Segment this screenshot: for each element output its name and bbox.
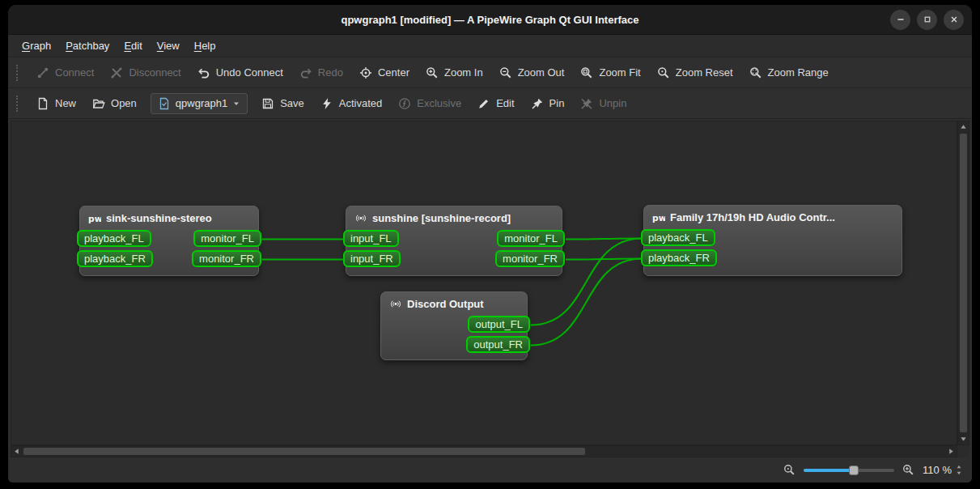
unpin-button[interactable]: Unpin [573, 92, 634, 115]
node-discord-output[interactable]: Discord Output output_FL output_FR [380, 291, 528, 360]
save-button[interactable]: Save [254, 92, 312, 115]
connection-wire[interactable] [566, 259, 642, 260]
lightning-icon [320, 97, 333, 110]
pin-icon [531, 97, 544, 110]
port-playback-fl[interactable]: playback_FL [641, 229, 715, 246]
menubar: Graph Patchbay Edit View Help [8, 35, 972, 57]
connections-layer [11, 121, 957, 444]
titlebar[interactable]: qpwgraph1 [modified] — A PipeWire Graph … [8, 5, 972, 35]
port-playback-fr[interactable]: playback_FR [641, 249, 717, 266]
zoom-in-button[interactable]: Zoom In [418, 62, 490, 84]
open-label: Open [111, 97, 137, 109]
zoom-slider[interactable] [804, 464, 894, 477]
spinner-arrows[interactable] [956, 464, 962, 476]
exclusive-icon [398, 97, 411, 110]
port-playback-fl[interactable]: playback_FL [77, 230, 151, 247]
undo-connect-button[interactable]: Undo Connect [190, 62, 291, 84]
port-playback-fr[interactable]: playback_FR [77, 250, 153, 267]
pipewire-icon: pw [88, 213, 101, 223]
scroll-right-button[interactable] [946, 446, 957, 457]
new-button[interactable]: New [29, 92, 83, 115]
toolbar-handle[interactable] [16, 96, 21, 112]
node-sink-sunshine-stereo[interactable]: pw sink-sunshine-stereo playback_FL play… [79, 206, 259, 276]
edit-button[interactable]: Edit [470, 92, 521, 115]
close-icon [948, 14, 960, 25]
menu-edit[interactable]: Edit [117, 35, 149, 57]
port-monitor-fl[interactable]: monitor_FL [193, 230, 261, 247]
node-title-label: Discord Output [407, 298, 484, 310]
scroll-down-button[interactable] [958, 434, 969, 444]
zoom-spinbox[interactable]: 110 % [923, 464, 962, 476]
zoom-slider-handle[interactable] [849, 466, 859, 475]
zoom-slider-fill [804, 469, 854, 472]
node-title: pw sink-sunshine-stereo [80, 206, 258, 227]
horizontal-scrollbar[interactable] [11, 445, 957, 457]
menu-patchbay-label: Patchbay [66, 40, 109, 52]
port-monitor-fr[interactable]: monitor_FR [495, 250, 565, 267]
pin-label: Pin [549, 97, 565, 109]
open-button[interactable]: Open [85, 92, 144, 115]
port-monitor-fr[interactable]: monitor_FR [192, 250, 261, 267]
spin-down-icon[interactable] [956, 470, 962, 476]
node-title-label: sunshine [sunshine-record] [372, 212, 511, 224]
redo-button[interactable]: Redo [292, 62, 350, 84]
menu-patchbay[interactable]: Patchbay [58, 35, 117, 57]
menu-view[interactable]: View [150, 35, 187, 57]
zoom-fit-button[interactable]: Zoom Fit [573, 62, 647, 84]
patchbay-selector-value: qpwgraph1 [176, 97, 227, 109]
disconnect-label: Disconnect [129, 66, 180, 79]
graph-canvas[interactable]: pw sink-sunshine-stereo playback_FL play… [11, 121, 957, 445]
pin-button[interactable]: Pin [524, 92, 572, 115]
exclusive-button[interactable]: Exclusive [391, 92, 469, 115]
connection-wire[interactable] [566, 239, 642, 240]
vertical-scroll-thumb[interactable] [960, 134, 967, 432]
node-sunshine[interactable]: sunshine [sunshine-record] input_FL inpu… [346, 206, 562, 276]
zoom-range-button[interactable]: Zoom Range [742, 62, 836, 84]
port-input-fl[interactable]: input_FL [343, 230, 399, 247]
patchbay-selector[interactable]: qpwgraph1 [151, 93, 248, 114]
maximize-button[interactable] [917, 10, 937, 30]
scrollbar-corner [957, 445, 969, 457]
exclusive-label: Exclusive [417, 97, 461, 109]
port-output-fl[interactable]: output_FL [468, 316, 530, 333]
svg-text:pw: pw [88, 214, 101, 224]
unpin-icon [580, 97, 593, 110]
spin-up-icon[interactable] [956, 464, 962, 470]
horizontal-scroll-thumb[interactable] [23, 448, 585, 455]
toolbar-handle[interactable] [16, 65, 21, 81]
activated-label: Activated [339, 97, 382, 109]
port-output-fr[interactable]: output_FR [466, 336, 530, 353]
menu-help[interactable]: Help [187, 35, 223, 57]
close-button[interactable] [944, 10, 964, 30]
window-controls [890, 5, 964, 34]
port-monitor-fl[interactable]: monitor_FL [497, 230, 565, 247]
minimize-button[interactable] [890, 10, 910, 30]
zoom-value: 110 % [923, 464, 952, 476]
activated-button[interactable]: Activated [313, 92, 389, 115]
save-icon [261, 97, 274, 110]
zoom-reset-icon [657, 66, 670, 79]
center-button[interactable]: Center [352, 62, 417, 84]
app-window: qpwgraph1 [modified] — A PipeWire Graph … [8, 5, 972, 483]
menu-help-label: Help [194, 40, 216, 52]
zoom-out-icon [499, 66, 512, 79]
port-input-fr[interactable]: input_FR [343, 250, 401, 267]
scroll-up-button[interactable] [958, 121, 969, 132]
zoom-reset-label: Zoom Reset [676, 66, 733, 79]
scroll-left-button[interactable] [11, 446, 22, 457]
zoom-out-button[interactable]: Zoom Out [492, 62, 572, 84]
connect-label: Connect [55, 66, 94, 79]
maximize-icon [922, 14, 933, 25]
zoom-reset-button[interactable]: Zoom Reset [650, 62, 740, 84]
open-folder-icon [92, 97, 105, 110]
vertical-scrollbar[interactable] [957, 121, 969, 445]
menu-graph[interactable]: Graph [15, 35, 58, 57]
statusbar: 110 % [8, 457, 972, 483]
connect-icon [36, 66, 49, 79]
node-family-hd-audio[interactable]: pw Family 17h/19h HD Audio Contr... play… [643, 205, 902, 276]
zoom-in-icon [426, 66, 439, 79]
connect-button[interactable]: Connect [29, 62, 101, 84]
disconnect-button[interactable]: Disconnect [103, 62, 188, 84]
save-label: Save [280, 97, 304, 109]
pipewire-icon: pw [652, 212, 665, 223]
